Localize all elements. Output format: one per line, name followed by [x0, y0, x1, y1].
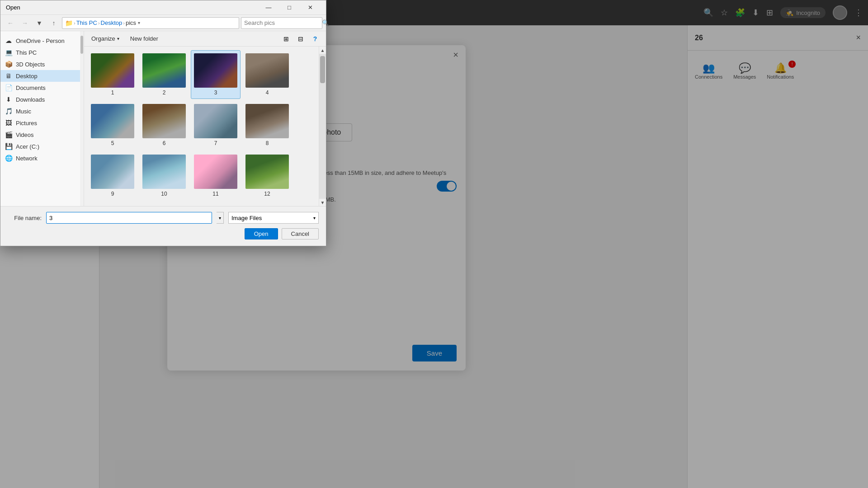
nav-item-3d-objects[interactable]: 📦3D Objects	[0, 58, 84, 70]
files-grid-wrapper: 1 2 3 4 5 6 7 8 9 10	[84, 47, 326, 206]
filetype-dropdown-icon: ▾	[313, 216, 316, 221]
nav-icon-this-pc: 💻	[5, 49, 12, 56]
dialog-files: Organize ▾ New folder ⊞ ⊟ ? 1 2 3	[84, 31, 326, 206]
close-button[interactable]: ✕	[300, 0, 321, 15]
file-thumb-2	[142, 53, 186, 88]
organize-dropdown-icon: ▾	[117, 36, 119, 41]
recent-locations-button[interactable]: ▼	[33, 17, 46, 29]
help-button[interactable]: ?	[309, 33, 321, 45]
breadcrumb-pics: pics	[126, 19, 136, 26]
back-button[interactable]: ←	[4, 17, 17, 29]
files-scrollbar[interactable]: ▲ ▼	[319, 47, 326, 206]
file-item-11[interactable]: 11	[191, 151, 241, 200]
file-item-7[interactable]: 7	[191, 101, 241, 150]
nav-item-music[interactable]: 🎵Music	[0, 105, 84, 117]
file-item-8[interactable]: 8	[242, 101, 292, 150]
nav-item-onedrive[interactable]: ☁OneDrive - Person	[0, 35, 84, 47]
new-folder-button[interactable]: New folder	[127, 34, 161, 43]
nav-icon-pictures: 🖼	[5, 119, 12, 127]
nav-item-downloads[interactable]: ⬇Downloads	[0, 94, 84, 105]
filename-label: File name:	[8, 215, 42, 221]
dialog-bottom: File name: ▾ Image Files ▾ Open Cancel	[0, 206, 326, 246]
file-item-12[interactable]: 12	[242, 151, 292, 200]
breadcrumb-dropdown[interactable]: ▾	[138, 20, 140, 25]
files-grid: 1 2 3 4 5 6 7 8 9 10	[84, 47, 319, 206]
file-item-9[interactable]: 9	[88, 151, 137, 200]
file-item-6[interactable]: 6	[139, 101, 189, 150]
filename-input[interactable]	[46, 212, 212, 224]
scroll-up-button[interactable]: ▲	[319, 47, 326, 54]
file-thumb-10	[142, 155, 186, 189]
nav-item-pictures[interactable]: 🖼Pictures	[0, 117, 84, 129]
breadcrumb-desktop[interactable]: Desktop	[101, 19, 123, 26]
scroll-down-button[interactable]: ▼	[319, 199, 326, 206]
search-input[interactable]	[244, 19, 320, 26]
breadcrumb-bar[interactable]: 📁 › This PC › Desktop › pics ▾	[62, 17, 239, 29]
file-item-5[interactable]: 5	[88, 101, 137, 150]
file-item-4[interactable]: 4	[242, 50, 292, 99]
up-button[interactable]: ↑	[47, 17, 60, 29]
nav-icon-3d-objects: 📦	[5, 61, 12, 68]
nav-icon-acer-c: 💾	[5, 143, 12, 150]
file-item-3[interactable]: 3	[191, 50, 241, 99]
scroll-track[interactable]	[319, 54, 326, 199]
view-controls: ⊞ ⊟ ?	[280, 33, 321, 45]
file-name-3: 3	[194, 89, 237, 96]
dialog-titlebar: Open — □ ✕	[0, 0, 326, 15]
nav-item-network[interactable]: 🌐Network	[0, 152, 84, 164]
breadcrumb-folder-icon: 📁	[65, 19, 73, 27]
nav-icon-desktop: 🖥	[5, 72, 12, 80]
nav-item-acer-c[interactable]: 💾Acer (C:)	[0, 141, 84, 152]
file-name-4: 4	[245, 89, 289, 96]
file-name-12: 12	[245, 191, 289, 197]
file-thumb-11	[194, 155, 237, 189]
open-button[interactable]: Open	[245, 228, 278, 239]
nav-icon-documents: 📄	[5, 84, 12, 91]
maximize-button[interactable]: □	[279, 0, 300, 15]
file-name-1: 1	[91, 89, 134, 96]
organize-button[interactable]: Organize ▾	[89, 34, 122, 43]
nav-scrollbar[interactable]	[80, 31, 84, 206]
file-thumb-3	[194, 53, 237, 88]
breadcrumb-this-pc[interactable]: This PC	[76, 19, 97, 26]
file-item-2[interactable]: 2	[139, 50, 189, 99]
nav-item-desktop[interactable]: 🖥Desktop	[0, 70, 84, 82]
file-name-10: 10	[142, 191, 186, 197]
file-name-2: 2	[142, 89, 186, 96]
nav-item-this-pc[interactable]: 💻This PC	[0, 47, 84, 58]
filename-row: File name: ▾ Image Files ▾	[8, 212, 319, 224]
file-thumb-9	[91, 155, 134, 189]
nav-item-documents[interactable]: 📄Documents	[0, 82, 84, 94]
file-name-7: 7	[194, 140, 237, 146]
nav-scroll-thumb	[80, 36, 83, 54]
file-thumb-8	[245, 104, 289, 138]
forward-button[interactable]: →	[19, 17, 31, 29]
view-toggle-button[interactable]: ⊟	[294, 33, 307, 45]
dialog-actions: Open Cancel	[8, 228, 319, 239]
file-name-5: 5	[91, 140, 134, 146]
file-thumb-1	[91, 53, 134, 88]
file-name-8: 8	[245, 140, 289, 146]
file-thumb-4	[245, 53, 289, 88]
view-options-button[interactable]: ⊞	[280, 33, 292, 45]
nav-items-container: ☁OneDrive - Person💻This PC📦3D Objects🖥De…	[0, 35, 84, 164]
search-box: 🔍	[241, 17, 322, 29]
nav-item-videos[interactable]: 🎬Videos	[0, 129, 84, 141]
file-thumb-12	[245, 155, 289, 189]
file-item-1[interactable]: 1	[88, 50, 137, 99]
search-icon[interactable]: 🔍	[322, 19, 329, 26]
dialog-body: ☁OneDrive - Person💻This PC📦3D Objects🖥De…	[0, 31, 326, 206]
titlebar-buttons: — □ ✕	[258, 0, 321, 15]
dialog-toolbar: ← → ▼ ↑ 📁 › This PC › Desktop › pics ▾ 🔍	[0, 15, 326, 31]
file-name-6: 6	[142, 140, 186, 146]
dialog-title: Open	[6, 4, 258, 11]
filename-dropdown[interactable]: ▾	[217, 212, 224, 224]
filetype-select[interactable]: Image Files ▾	[228, 212, 319, 224]
cancel-button[interactable]: Cancel	[282, 228, 319, 239]
files-toolbar: Organize ▾ New folder ⊞ ⊟ ?	[84, 31, 326, 47]
file-thumb-7	[194, 104, 237, 138]
file-item-10[interactable]: 10	[139, 151, 189, 200]
nav-icon-downloads: ⬇	[5, 96, 12, 103]
minimize-button[interactable]: —	[258, 0, 279, 15]
nav-icon-network: 🌐	[5, 155, 12, 162]
